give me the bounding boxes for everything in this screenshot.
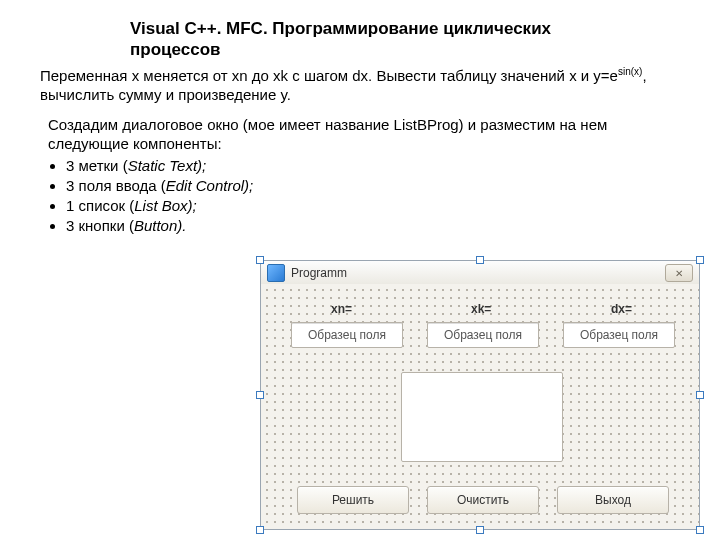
resize-handle[interactable] [696, 526, 704, 534]
exit-button[interactable]: Выход [557, 486, 669, 514]
task-sup: sin(x) [618, 66, 642, 77]
list-item: 3 поля ввода (Edit Control); [66, 176, 680, 196]
resize-handle[interactable] [256, 256, 264, 264]
dialog-title: Programm [291, 266, 347, 280]
label-xk: xk= [471, 302, 491, 316]
edit-xn[interactable]: Образец поля [291, 322, 403, 348]
intro-paragraph: Создадим диалоговое окно (мое имеет назв… [48, 115, 680, 154]
resize-handle[interactable] [696, 391, 704, 399]
resize-handle[interactable] [256, 391, 264, 399]
resize-handle[interactable] [476, 256, 484, 264]
dialog-client-area[interactable]: xn= xk= dx= Образец поля Образец поля Об… [260, 284, 700, 530]
list-item: 3 метки (Static Text); [66, 156, 680, 176]
component-list: 3 метки (Static Text); 3 поля ввода (Edi… [40, 156, 680, 237]
close-icon[interactable]: ✕ [665, 264, 693, 282]
edit-xk[interactable]: Образец поля [427, 322, 539, 348]
label-xn: xn= [331, 302, 352, 316]
edit-dx[interactable]: Образец поля [563, 322, 675, 348]
resize-handle[interactable] [696, 256, 704, 264]
app-icon [267, 264, 285, 282]
resize-handle[interactable] [256, 526, 264, 534]
task-text-1: Переменная x меняется от xn до xk с шаго… [40, 67, 618, 84]
resize-handle[interactable] [476, 526, 484, 534]
list-item: 1 список (List Box); [66, 196, 680, 216]
task-paragraph: Переменная x меняется от xn до xk с шаго… [40, 65, 680, 105]
listbox[interactable] [401, 372, 563, 462]
solve-button[interactable]: Решить [297, 486, 409, 514]
slide-title: Visual C++. MFC. Программирование циклич… [130, 18, 610, 61]
clear-button[interactable]: Очистить [427, 486, 539, 514]
list-item: 3 кнопки (Button). [66, 216, 680, 236]
dialog-designer: Programm ✕ xn= xk= dx= Образец поля Обра… [260, 260, 700, 530]
label-dx: dx= [611, 302, 632, 316]
